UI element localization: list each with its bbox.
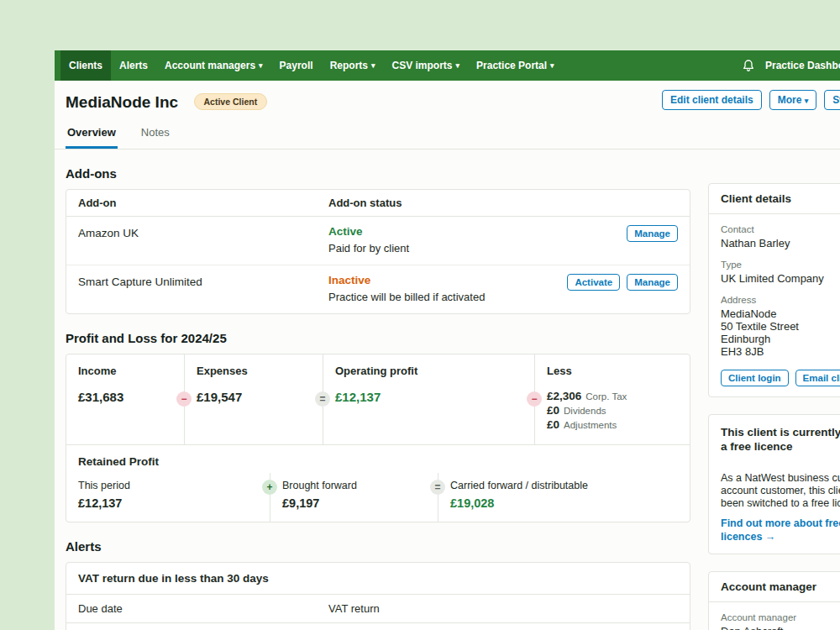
client-details-card: Client details Contact Nathan Barley Typ…: [708, 183, 840, 397]
carried-forward-value: £19,028: [450, 496, 680, 510]
chevron-down-icon: ▾: [456, 62, 460, 70]
addon-status-cell: Active Paid for by client: [328, 225, 627, 255]
carried-forward-label: Carried forward / distributable: [450, 480, 680, 491]
pnl-heading: Profit and Loss for 2024/25: [66, 331, 690, 345]
pnl-income-label: Income: [78, 365, 172, 377]
chevron-down-icon: ▾: [550, 62, 554, 70]
alerts-col-vat-return: VAT return: [328, 602, 678, 615]
addon-status: Active: [328, 225, 627, 238]
nav-item-practice-dashboard[interactable]: Practice Dashboard: [765, 60, 840, 71]
free-licence-link-line: Find out more about free: [721, 517, 840, 530]
alert-card-title: VAT return due in less than 30 days: [66, 563, 690, 595]
equals-icon: =: [430, 480, 445, 495]
manage-button[interactable]: Manage: [627, 274, 678, 291]
pnl-operating-cell: Operating profit £12,137: [323, 354, 534, 444]
free-licence-card: This client is currently on a free licen…: [708, 414, 840, 554]
chevron-down-icon: ▾: [371, 62, 375, 70]
alerts-col-due-date: Due date: [78, 602, 328, 615]
free-licence-title-line: This client is currently on: [721, 425, 840, 439]
addon-status-cell: Inactive Practice will be billed if acti…: [328, 274, 567, 303]
table-row: Amazon UK Active Paid for by client Mana…: [66, 217, 690, 265]
free-licence-body-line: account customer, this client has: [721, 485, 840, 497]
pnl-income-cell: Income £31,683: [66, 354, 184, 444]
nav-item-payroll[interactable]: Payroll: [271, 50, 322, 81]
pnl-less-label: Less: [547, 365, 680, 377]
addons-col-status: Add-on status: [328, 197, 678, 209]
nav-item-clients[interactable]: Clients: [60, 50, 111, 81]
edit-client-details-button[interactable]: Edit client details: [662, 90, 762, 110]
more-label: More: [778, 94, 802, 106]
account-manager-card: Account manager Account manager Dan Ashc…: [708, 571, 840, 630]
client-details-title: Client details: [709, 184, 840, 214]
minus-icon: −: [176, 391, 192, 407]
alerts-table-header: Due date VAT return: [66, 595, 690, 623]
chevron-down-icon: ▾: [805, 97, 809, 105]
address-line: Edinburgh: [721, 333, 840, 345]
addons-card: Add-on Add-on status Amazon UK Active Pa…: [66, 189, 690, 314]
status-badge: Active Client: [194, 93, 268, 110]
less-name: Dividends: [564, 406, 606, 416]
pnl-this-period-cell: This period £12,137: [66, 473, 270, 522]
nav-item-practice-portal[interactable]: Practice Portal ▾: [468, 50, 563, 81]
addon-status: Inactive: [328, 274, 567, 286]
nav-item-account-managers[interactable]: Account managers ▾: [156, 50, 271, 81]
equals-icon: =: [315, 391, 330, 407]
nav-item-label: Account managers: [165, 60, 255, 71]
nav-item-label: Clients: [69, 60, 102, 71]
retained-profit-heading: Retained Profit: [66, 445, 690, 468]
address-line: 50 Textile Street: [721, 320, 840, 333]
less-item: £0 Adjustments: [547, 418, 680, 431]
tab-overview[interactable]: Overview: [66, 119, 118, 149]
type-value: UK Limited Company: [721, 272, 840, 285]
minus-icon: −: [527, 391, 542, 407]
nav-item-label: CSV imports: [392, 60, 453, 71]
alerts-heading: Alerts: [66, 539, 690, 554]
addon-status-detail: Paid for by client: [328, 242, 627, 255]
less-item: £2,306 Corp. Tax: [547, 390, 680, 402]
pnl-expenses-label: Expenses: [197, 365, 311, 377]
pnl-brought-forward-cell: Brought forward £9,197: [270, 473, 438, 522]
brought-forward-label: Brought forward: [282, 480, 426, 491]
addon-name: Amazon UK: [78, 225, 328, 239]
nav-item-reports[interactable]: Reports ▾: [322, 50, 384, 81]
page-title: MediaNode Inc: [66, 93, 178, 111]
addons-heading: Add-ons: [66, 166, 690, 181]
nav-item-label: Reports: [330, 60, 368, 71]
alerts-card: VAT return due in less than 30 days Due …: [66, 562, 690, 630]
tab-bar: Overview Notes: [55, 119, 840, 150]
less-amount: £0: [547, 404, 559, 417]
nav-item-csv-imports[interactable]: CSV imports ▾: [384, 50, 469, 81]
less-item: £0 Dividends: [547, 404, 680, 417]
header-actions: Edit client details More ▾ Switch: [662, 90, 840, 110]
pnl-income-value: £31,683: [78, 390, 172, 404]
table-row: Friday 07 May 2024 VAT Return 03 24 Hide: [66, 623, 690, 630]
address-label: Address: [721, 295, 840, 305]
account-manager-title: Account manager: [709, 572, 840, 602]
less-amount: £0: [547, 418, 559, 431]
email-client-button[interactable]: Email client: [795, 370, 840, 386]
addon-status-detail: Practice will be billed if activated: [328, 291, 567, 303]
page-header: MediaNode Inc Active Client Edit client …: [55, 81, 840, 116]
less-amount: £2,306: [547, 390, 581, 402]
nav-item-label: Payroll: [280, 60, 313, 71]
app-window: Clients Alerts Account managers ▾ Payrol…: [55, 50, 840, 630]
notifications-bell-icon[interactable]: [742, 59, 755, 72]
nav-item-label: Practice Portal: [476, 60, 547, 71]
client-login-button[interactable]: Client login: [721, 370, 789, 386]
addon-actions: Activate Manage: [567, 274, 678, 291]
pnl-expenses-value: £19,547: [197, 390, 311, 404]
switch-button[interactable]: Switch: [824, 90, 840, 110]
nav-item-alerts[interactable]: Alerts: [111, 50, 156, 81]
chevron-down-icon: ▾: [259, 62, 263, 70]
pnl-operating-value: £12,137: [335, 390, 522, 404]
right-sidebar: Client details Contact Nathan Barley Typ…: [708, 183, 840, 630]
activate-button[interactable]: Activate: [567, 274, 620, 291]
free-licence-link[interactable]: Find out more about free licences →: [721, 517, 840, 543]
more-button[interactable]: More ▾: [769, 90, 817, 110]
account-manager-name: Dan Ashcroft: [721, 625, 840, 630]
addons-col-addon: Add-on: [78, 197, 328, 209]
tab-notes[interactable]: Notes: [139, 119, 171, 149]
manage-button[interactable]: Manage: [627, 225, 678, 242]
address-line: EH3 8JB: [721, 345, 840, 358]
address-line: MediaNode: [721, 307, 840, 320]
